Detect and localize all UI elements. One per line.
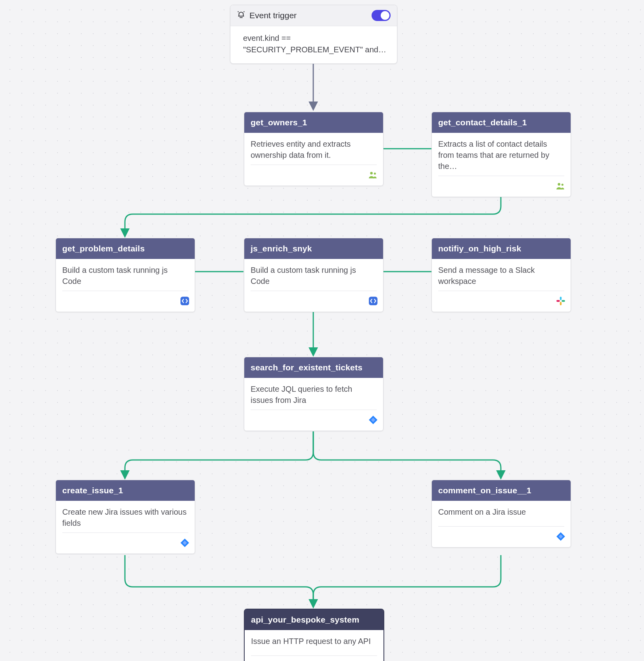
node-desc: Issue an HTTP request to any API [245,630,383,655]
svg-rect-9 [556,300,560,302]
node-title: js_enrich_snyk [244,238,383,259]
node-desc: Build a custom task running js Code [56,259,195,291]
node-get-problem-details[interactable]: get_problem_details Build a custom task … [56,238,195,312]
trigger-toggle[interactable] [372,10,391,21]
code-icon [180,296,190,306]
jira-icon [368,415,378,425]
trigger-header: Event trigger [230,5,397,26]
node-title: create_issue_1 [56,480,195,501]
node-search-for-existent-tickets[interactable]: search_for_existent_tickets Execute JQL … [244,357,383,431]
node-title: api_your_bespoke_system [245,609,383,630]
node-title: get_owners_1 [244,112,383,133]
node-notify-on-high-risk[interactable]: notifiy_on_high_risk Send a message to a… [431,238,571,312]
node-js-enrich-snyk[interactable]: js_enrich_snyk Build a custom task runni… [244,238,383,312]
node-desc: Retrieves entity and extracts ownership … [244,133,383,165]
jira-icon [556,531,566,542]
node-desc: Send a message to a Slack workspace [432,259,571,291]
alarm-icon [237,10,245,21]
node-title: comment_on_issue__1 [432,480,571,501]
people-icon [556,181,566,191]
node-desc: Comment on a Jira issue [432,501,571,526]
trigger-title: Event trigger [249,11,297,20]
node-get-owners-1[interactable]: get_owners_1 Retrieves entity and extrac… [244,112,383,186]
node-title: get_contact_details_1 [432,112,571,133]
node-desc: Create new Jira issues with various fiel… [56,501,195,533]
svg-rect-6 [560,297,562,300]
svg-point-0 [370,172,373,174]
node-desc: Execute JQL queries to fetch issues from… [244,378,383,410]
svg-rect-8 [560,302,562,305]
node-api-your-bespoke-system[interactable]: api_your_bespoke_system Issue an HTTP re… [244,609,384,661]
svg-rect-4 [180,297,189,305]
people-icon [368,170,378,180]
node-comment-on-issue-1[interactable]: comment_on_issue__1 Comment on a Jira is… [431,480,571,548]
node-get-contact-details-1[interactable]: get_contact_details_1 Extracts a list of… [431,112,571,197]
slack-icon [556,296,566,306]
svg-point-2 [558,183,560,186]
node-create-issue-1[interactable]: create_issue_1 Create new Jira issues wi… [56,480,195,554]
node-title: get_problem_details [56,238,195,259]
node-desc: Extracts a list of contact details from … [432,133,571,176]
node-title: notifiy_on_high_risk [432,238,571,259]
code-icon [368,296,378,306]
node-title: search_for_existent_tickets [244,357,383,378]
canvas-background [0,0,644,661]
node-desc: Build a custom task running js Code [244,259,383,291]
jira-icon [180,538,190,548]
trigger-condition: event.kind == "SECURITY_PROBLEM_EVENT" a… [230,26,397,63]
svg-point-3 [562,184,564,186]
svg-rect-7 [562,300,565,302]
svg-point-1 [374,172,376,174]
trigger-node[interactable]: Event trigger event.kind == "SECURITY_PR… [230,5,397,64]
